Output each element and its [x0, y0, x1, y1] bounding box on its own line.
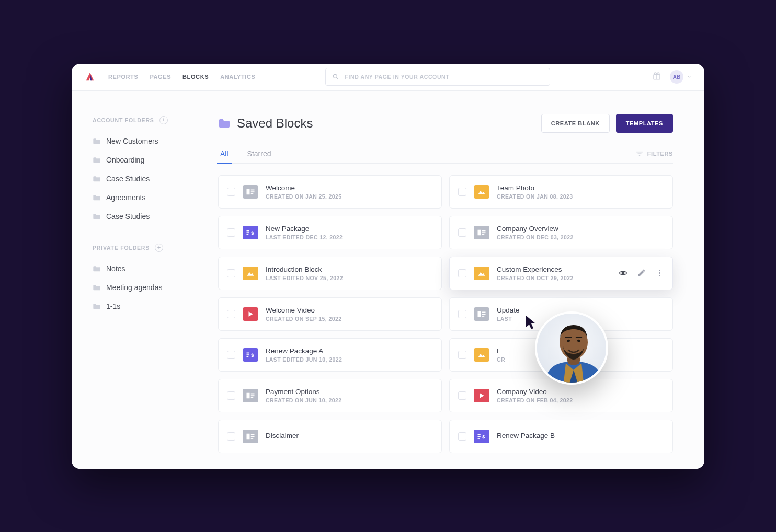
block-title: Company Video [497, 388, 664, 396]
private-folder-list: NotesMeeting agendas1-1s [93, 259, 197, 316]
block-card[interactable]: Company OverviewCREATED ON DEC 03, 2022 [449, 216, 673, 249]
user-menu[interactable]: AB [670, 70, 692, 84]
templates-button[interactable]: TEMPLATES [616, 114, 673, 133]
topbar: REPORTS PAGES BLOCKS ANALYTICS FIND ANY … [72, 64, 704, 91]
gift-icon[interactable] [652, 71, 661, 83]
select-checkbox[interactable] [458, 391, 466, 400]
svg-point-47 [577, 339, 580, 341]
select-checkbox[interactable] [458, 432, 466, 441]
svg-line-1 [337, 78, 338, 79]
account-folders-header: ACCOUNT FOLDERS + [93, 116, 197, 124]
block-card[interactable]: Team PhotoCREATED ON JAN 08, 2023 [449, 175, 673, 209]
select-checkbox[interactable] [458, 269, 466, 277]
block-type-icon [474, 307, 489, 321]
edit-icon[interactable] [637, 269, 646, 277]
nav-pages[interactable]: PAGES [150, 74, 171, 80]
block-card[interactable]: WelcomeCREATED ON JAN 25, 2025 [218, 175, 442, 209]
select-checkbox[interactable] [227, 310, 235, 318]
block-card[interactable]: Welcome VideoCREATED ON SEP 15, 2022 [218, 297, 442, 331]
tab-all[interactable]: All [218, 144, 231, 163]
svg-rect-11 [247, 230, 249, 231]
select-checkbox[interactable] [458, 228, 466, 237]
search-input[interactable]: FIND ANY PAGE IN YOUR ACCOUNT [325, 68, 550, 86]
card-body: Disclaimer [266, 432, 433, 441]
block-meta: CREATED ON JUN 10, 2022 [266, 397, 433, 403]
nav-analytics[interactable]: ANALYTICS [220, 74, 255, 80]
svg-rect-8 [251, 189, 255, 190]
more-icon[interactable] [655, 269, 664, 277]
app-window: REPORTS PAGES BLOCKS ANALYTICS FIND ANY … [72, 64, 704, 469]
block-title: Custom Experiences [497, 265, 611, 273]
svg-rect-5 [637, 153, 641, 154]
svg-rect-15 [478, 229, 481, 235]
block-card[interactable]: $Renew Package B [449, 420, 673, 453]
block-card[interactable]: $New PackageLAST EDITED DEC 12, 2022 [218, 216, 442, 249]
block-card[interactable]: $Renew Package ALAST EDITED JUN 10, 2022 [218, 338, 442, 372]
app-body: ACCOUNT FOLDERS + New CustomersOnboardin… [72, 91, 704, 469]
filters-button[interactable]: FILTERS [636, 151, 673, 157]
create-blank-button[interactable]: CREATE BLANK [541, 114, 610, 133]
block-type-icon [474, 389, 489, 402]
select-checkbox[interactable] [458, 188, 466, 196]
folder-item[interactable]: Meeting agendas [93, 278, 197, 297]
folder-label: Case Studies [106, 212, 150, 221]
block-card[interactable]: Company VideoCREATED ON FEB 04, 2022 [449, 379, 673, 412]
card-body: Team PhotoCREATED ON JAN 08, 2023 [497, 184, 664, 200]
folder-item[interactable]: 1-1s [93, 297, 197, 316]
svg-text:$: $ [251, 230, 254, 235]
select-checkbox[interactable] [227, 351, 235, 359]
block-meta: LAST EDITED JUN 10, 2022 [266, 356, 433, 363]
svg-rect-26 [482, 316, 485, 317]
folder-item[interactable]: New Customers [93, 132, 197, 151]
svg-rect-24 [482, 311, 486, 313]
select-checkbox[interactable] [227, 391, 235, 400]
block-title: Welcome [266, 184, 433, 192]
select-checkbox[interactable] [227, 432, 235, 441]
folder-label: New Customers [106, 137, 158, 145]
block-meta: CREATED ON OCT 29, 2022 [497, 275, 611, 281]
block-card[interactable]: Disclaimer [218, 420, 442, 453]
account-folder-list: New CustomersOnboardingCase StudiesAgree… [93, 132, 197, 226]
folder-item[interactable]: Case Studies [93, 207, 197, 226]
block-title: Renew Package A [266, 347, 433, 355]
block-type-icon [474, 185, 489, 199]
folder-label: 1-1s [106, 302, 120, 310]
select-checkbox[interactable] [227, 228, 235, 237]
svg-rect-41 [478, 438, 480, 439]
add-private-folder-button[interactable]: + [155, 244, 163, 252]
block-type-icon [474, 226, 489, 239]
preview-icon[interactable] [619, 269, 627, 277]
svg-rect-38 [251, 438, 254, 439]
svg-rect-36 [251, 434, 255, 435]
tab-starred[interactable]: Starred [245, 144, 273, 163]
folder-item[interactable]: Onboarding [93, 151, 197, 169]
block-type-icon [243, 430, 258, 443]
folder-item[interactable]: Agreements [93, 188, 197, 207]
nav-reports[interactable]: REPORTS [108, 74, 138, 80]
block-title: Payment Options [266, 388, 433, 396]
block-type-icon: $ [243, 348, 258, 362]
block-type-icon [243, 267, 258, 280]
card-body: Company OverviewCREATED ON DEC 03, 2022 [497, 225, 664, 240]
select-checkbox[interactable] [227, 269, 235, 277]
select-checkbox[interactable] [458, 310, 466, 318]
card-body: Renew Package B [497, 432, 664, 441]
block-card[interactable]: Payment OptionsCREATED ON JUN 10, 2022 [218, 379, 442, 412]
block-card[interactable]: Custom ExperiencesCREATED ON OCT 29, 202… [449, 257, 673, 290]
select-checkbox[interactable] [227, 188, 235, 196]
svg-rect-34 [251, 397, 254, 398]
blocks-grid: WelcomeCREATED ON JAN 25, 2025Team Photo… [218, 175, 673, 469]
tab-bar: All Starred FILTERS [218, 144, 673, 164]
add-account-folder-button[interactable]: + [159, 116, 168, 124]
svg-rect-25 [482, 314, 486, 315]
folder-item[interactable]: Notes [93, 259, 197, 278]
block-meta: CREATED ON DEC 03, 2022 [497, 234, 664, 240]
svg-point-46 [567, 339, 570, 341]
select-checkbox[interactable] [458, 351, 466, 359]
folder-item[interactable]: Case Studies [93, 169, 197, 188]
collaborator-avatar [535, 311, 608, 385]
svg-rect-35 [247, 433, 250, 439]
block-card[interactable]: Introduction BlockLAST EDITED NOV 25, 20… [218, 257, 442, 290]
nav-blocks[interactable]: BLOCKS [182, 74, 209, 80]
folder-label: Onboarding [106, 156, 144, 164]
